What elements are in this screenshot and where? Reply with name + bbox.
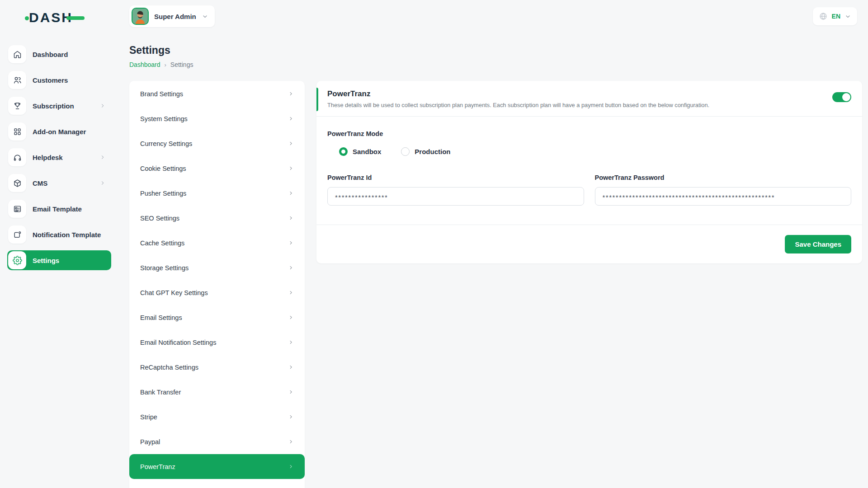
mode-radio-label: Sandbox [353,148,381,155]
settings-menu-item-pusher-settings[interactable]: Pusher Settings [129,181,305,206]
settings-menu-item-powertranz[interactable]: PowerTranz [129,454,305,479]
sidebar-item-label: Email Template [33,205,82,213]
sidebar-item-label: Add-on Manager [33,128,86,136]
layout-icon [8,200,26,218]
topbar: Super Admin EN [118,0,868,33]
mode-radio-production[interactable]: Production [401,147,450,156]
settings-menu-item-currency-settings[interactable]: Currency Settings [129,131,305,156]
chevron-right-icon [288,464,294,469]
chevron-right-icon [288,190,294,196]
settings-menu-item-recaptcha-settings[interactable]: ReCaptcha Settings [129,355,305,380]
settings-menu-item-label: Paypal [140,438,160,446]
mode-section: PowerTranz Mode Sandbox Production [316,117,862,156]
chevron-right-icon [288,439,294,445]
panel-title: PowerTranz [327,89,709,99]
sidebar-item-notification-template[interactable]: Notification Template [7,225,111,244]
settings-menu-item-storage-settings[interactable]: Storage Settings [129,255,305,280]
logo-row: DASH [0,0,118,24]
powertranz-panel: PowerTranz These details will be used to… [316,81,862,263]
chevron-right-icon [99,180,106,186]
powertranz-password-input[interactable] [595,187,852,206]
settings-menu-item-brand-settings[interactable]: Brand Settings [129,81,305,106]
settings-menu-item-bank-transfer[interactable]: Bank Transfer [129,380,305,404]
settings-menu-item-label: System Settings [140,115,188,122]
mode-radio-label: Production [415,148,450,155]
chevron-right-icon [288,91,294,97]
radio-unselected-icon [401,147,410,156]
sidebar-item-add-on-manager[interactable]: Add-on Manager [7,122,111,141]
package-icon [8,174,26,192]
language-selector[interactable]: EN [813,7,857,25]
sidebar-item-email-template[interactable]: Email Template [7,199,111,219]
user-menu[interactable]: Super Admin [129,5,215,27]
brand-logo: DASH [29,11,73,24]
settings-menu-item-seo-settings[interactable]: SEO Settings [129,206,305,230]
page-title: Settings [129,44,857,56]
main-area: Super Admin EN Settings Dashboard › Sett… [118,0,868,488]
gear-icon [8,251,26,269]
breadcrumb: Dashboard › Settings [129,61,857,68]
chevron-right-icon [99,103,106,109]
trophy-icon [8,97,26,115]
radio-selected-icon [339,147,348,156]
grid-icon [8,122,26,141]
sidebar-item-label: Settings [33,257,59,264]
chevron-right-icon [288,314,294,320]
home-icon [8,45,26,63]
mode-label: PowerTranz Mode [327,130,851,137]
chevron-right-icon [288,240,294,246]
settings-menu-item-label: Pusher Settings [140,190,186,197]
sidebar-item-label: Notification Template [33,231,101,239]
settings-menu-item-label: Stripe [140,413,157,421]
chevron-right-icon [288,165,294,171]
credentials-fields: PowerTranz Id PowerTranz Password [316,156,862,225]
user-avatar [132,8,149,25]
settings-menu-item-label: ReCaptcha Settings [140,364,198,371]
sidebar-nav: Dashboard Customers Subscription Add-on … [0,44,118,270]
sidebar-item-label: Dashboard [33,51,68,58]
powertranz-enable-toggle[interactable] [832,92,851,102]
chevron-right-icon [288,414,294,420]
settings-menu-item-stripe[interactable]: Stripe [129,404,305,429]
settings-menu-item-email-notification-settings[interactable]: Email Notification Settings [129,330,305,355]
settings-menu-item-paypal[interactable]: Paypal [129,429,305,454]
powertranz-password-label: PowerTranz Password [595,174,852,181]
sidebar-item-subscription[interactable]: Subscription [7,96,111,116]
chevron-right-icon [288,141,294,146]
notification-template-icon [8,225,26,244]
panel-header: PowerTranz These details will be used to… [316,81,862,117]
logo-dash-icon [66,16,85,20]
mode-radio-sandbox[interactable]: Sandbox [339,147,381,156]
sidebar: DASH Dashboard Customers Subscription Ad… [0,0,118,488]
chevron-right-icon [288,339,294,345]
sidebar-item-label: Subscription [33,102,74,110]
settings-menu-item-cache-settings[interactable]: Cache Settings [129,230,305,255]
sidebar-item-helpdesk[interactable]: Helpdesk [7,147,111,167]
sidebar-item-customers[interactable]: Customers [7,70,111,90]
save-changes-button[interactable]: Save Changes [785,235,851,253]
sidebar-item-dashboard[interactable]: Dashboard [7,44,111,64]
powertranz-id-field: PowerTranz Id [327,174,584,206]
sidebar-item-cms[interactable]: CMS [7,173,111,193]
settings-menu-item-email-settings[interactable]: Email Settings [129,305,305,330]
content: Brand Settings System Settings Currency … [118,68,868,488]
toggle-knob [842,93,850,101]
users-icon [8,71,26,89]
settings-menu-item-label: Currency Settings [140,140,192,147]
sidebar-item-label: Helpdesk [33,154,63,161]
settings-menu-item-label: Brand Settings [140,90,183,98]
sidebar-item-settings[interactable]: Settings [7,250,111,270]
breadcrumb-dashboard-link[interactable]: Dashboard [129,61,160,68]
settings-menu-item-cookie-settings[interactable]: Cookie Settings [129,156,305,181]
user-name: Super Admin [154,13,196,20]
powertranz-id-input[interactable] [327,187,584,206]
chevron-down-icon [202,13,208,20]
settings-menu-item-label: Cookie Settings [140,165,186,172]
settings-menu-item-label: Cache Settings [140,239,184,247]
page-header: Settings Dashboard › Settings [118,33,868,68]
panel-titles: PowerTranz These details will be used to… [327,89,709,108]
logo-dot-icon [25,16,29,20]
settings-menu-item-system-settings[interactable]: System Settings [129,106,305,131]
settings-menu-item-label: Bank Transfer [140,389,181,396]
settings-menu-item-chat-gpt-key-settings[interactable]: Chat GPT Key Settings [129,280,305,305]
